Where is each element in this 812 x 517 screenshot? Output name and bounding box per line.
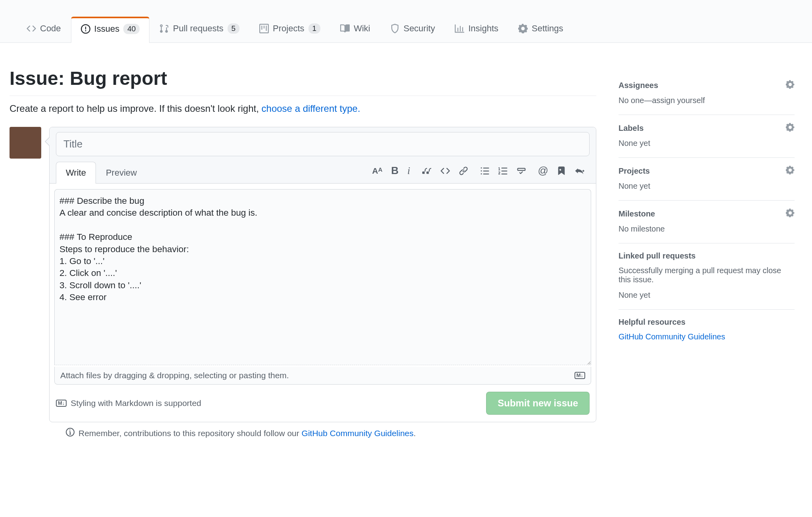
tab-pull-requests[interactable]: Pull requests 5 [149,16,249,42]
tab-projects-label: Projects [273,23,304,34]
task-list-icon[interactable] [517,166,526,176]
bold-icon[interactable]: B [391,165,399,177]
saved-reply-icon[interactable] [557,167,566,175]
markdown-icon: M↓ [575,372,585,379]
contribution-note: Remember, contributions to this reposito… [10,422,596,438]
page-subtitle: Create a report to help us improve. If t… [10,103,596,114]
attach-files-bar[interactable]: Attach files by dragging & dropping, sel… [54,367,591,385]
write-tab[interactable]: Write [56,162,96,184]
tab-security-label: Security [404,23,435,34]
repo-nav: Code Issues 40 Pull requests 5 Projects … [0,0,812,43]
milestone-gear-icon[interactable] [786,209,795,219]
issue-editor: Write Preview AA B i [49,127,596,422]
projects-heading: Projects [619,167,650,176]
tab-code[interactable]: Code [17,16,71,42]
tab-insights[interactable]: Insights [445,16,508,42]
submit-new-issue-button[interactable]: Submit new issue [486,392,590,415]
tab-issues-label: Issues [94,24,120,34]
helpful-link[interactable]: GitHub Community Guidelines [619,332,725,341]
shield-icon [390,24,400,33]
pr-count-badge: 5 [228,23,240,34]
info-icon [66,428,75,438]
tab-security[interactable]: Security [380,16,445,42]
milestone-text: No milestone [619,224,795,234]
avatar [10,127,41,159]
project-icon [259,24,269,33]
mention-icon[interactable]: @ [538,165,548,177]
book-icon [340,24,350,33]
tab-code-label: Code [40,23,61,34]
linked-pr-text: None yet [619,291,795,300]
reply-icon[interactable] [575,167,586,175]
markdown-icon: M↓ [56,400,67,407]
choose-different-type-link[interactable]: choose a different type. [262,103,360,114]
link-icon[interactable] [459,166,468,176]
projects-count-badge: 1 [308,23,321,34]
code-icon [27,24,36,33]
issues-count-badge: 40 [123,24,140,34]
italic-icon[interactable]: i [407,165,410,177]
tab-settings[interactable]: Settings [508,16,573,42]
assignees-heading: Assignees [619,81,658,90]
issue-opened-icon [81,24,90,34]
heading-icon[interactable]: AA [372,166,383,176]
list-unordered-icon[interactable] [480,166,490,176]
linked-pr-desc: Successfully merging a pull request may … [619,266,795,284]
graph-icon [455,24,464,33]
community-guidelines-link[interactable]: GitHub Community Guidelines [302,429,414,438]
tab-issues[interactable]: Issues 40 [71,17,150,43]
labels-text: None yet [619,139,795,148]
issue-body-textarea[interactable] [54,189,591,365]
gear-icon [518,24,528,33]
preview-tab[interactable]: Preview [96,162,147,184]
markdown-hint[interactable]: M↓ Styling with Markdown is supported [56,398,201,408]
code-icon[interactable] [440,166,450,176]
tab-wiki[interactable]: Wiki [330,16,380,42]
tab-projects[interactable]: Projects 1 [249,16,330,42]
tab-wiki-label: Wiki [354,23,370,34]
issue-title-input[interactable] [56,132,590,156]
tab-insights-label: Insights [468,23,498,34]
projects-gear-icon[interactable] [786,166,795,176]
projects-text: None yet [619,182,795,191]
git-pull-request-icon [159,24,169,33]
list-ordered-icon[interactable] [498,166,508,176]
milestone-heading: Milestone [619,209,655,218]
assignees-gear-icon[interactable] [786,80,795,90]
labels-gear-icon[interactable] [786,123,795,133]
assignees-text[interactable]: No one—assign yourself [619,96,795,105]
linked-pr-heading: Linked pull requests [619,251,695,260]
page-title: Issue: Bug report [10,67,596,96]
tab-pr-label: Pull requests [173,23,223,34]
quote-icon[interactable] [422,166,432,176]
helpful-heading: Helpful resources [619,318,686,327]
labels-heading: Labels [619,124,643,133]
tab-settings-label: Settings [532,23,563,34]
